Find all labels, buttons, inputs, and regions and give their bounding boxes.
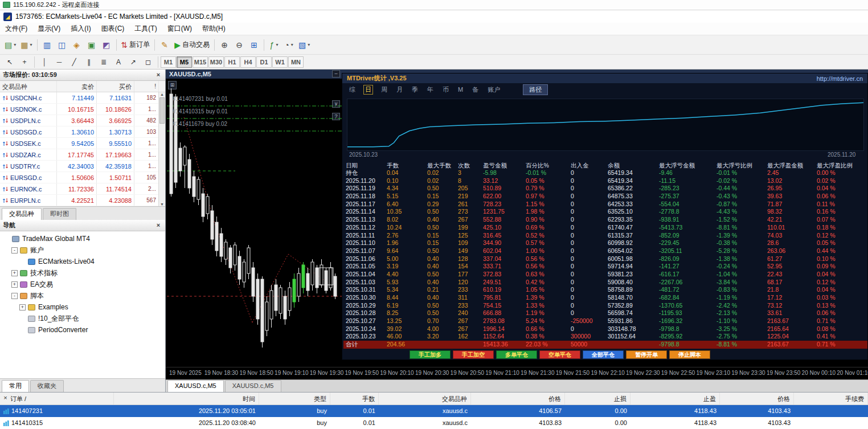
navigator-close-button[interactable]: × <box>154 222 162 230</box>
chart-minimize-button[interactable]: – <box>332 70 340 77</box>
timeframe-m1[interactable]: M1 <box>161 56 176 68</box>
navigator-tab[interactable]: 常用 <box>2 380 29 392</box>
close-all-button[interactable]: 全部平仓 <box>583 350 624 359</box>
navigator-item[interactable]: -脚本 <box>0 290 165 301</box>
navigator-item[interactable]: -账户 <box>0 244 165 256</box>
stats-tab-7[interactable]: M <box>457 86 464 93</box>
navigator-item[interactable]: +Examples <box>0 301 165 313</box>
scrollbar-thumb[interactable] <box>159 97 165 124</box>
stats-tab-1[interactable]: 日 <box>363 85 373 95</box>
navigator-item[interactable]: ECMarkets-Live04 <box>0 256 165 267</box>
stats-tab-2[interactable]: 周 <box>380 85 388 94</box>
pause-opening-button[interactable]: 暂停开单 <box>626 350 667 359</box>
market-watch-column[interactable]: ! <box>134 81 159 92</box>
market-watch-row[interactable]: EURSGD.c1.506061.50711105 <box>0 172 165 183</box>
chart-window[interactable]: XAUUSD.c,M5 – ⊞ ∨ ? #141407231 buy 0.01#… <box>166 70 868 392</box>
templates-button[interactable]: ▧▾ <box>296 38 312 52</box>
tile-windows-button[interactable]: ⊞ <box>247 38 261 52</box>
terminal-column[interactable]: 价格 <box>471 393 565 405</box>
terminal-button[interactable]: ▣ <box>84 38 99 52</box>
strategy-tester-button[interactable]: ◩ <box>99 38 114 52</box>
chart-tab[interactable]: XAUUSD.c,M5 <box>225 380 281 392</box>
order-row[interactable]: 1414072312025.11.20 03:05:01buy0.01xauus… <box>0 405 868 417</box>
navigator-item[interactable]: !10_全部平仓 <box>0 313 165 324</box>
order-row[interactable]: 1414103152025.11.20 03:08:40buy0.01xauus… <box>0 417 868 429</box>
market-watch-column[interactable]: 交易品种 <box>0 81 57 92</box>
expand-icon[interactable]: + <box>11 281 18 288</box>
timeframe-m5[interactable]: M5 <box>177 56 192 68</box>
navigator-item[interactable]: +EA交易 <box>0 279 165 290</box>
menu-item[interactable]: 窗口(W) <box>162 22 197 35</box>
stats-tab-0[interactable]: 综 <box>348 85 357 94</box>
market-watch-scrollbar[interactable]: ▲ ▼ <box>158 92 165 206</box>
terminal-column[interactable]: 手数 <box>330 393 379 405</box>
stats-tab-3[interactable]: 月 <box>395 85 404 94</box>
cursor-button[interactable]: ↖ <box>2 56 17 68</box>
crosshair-button[interactable]: + <box>17 56 32 68</box>
indicators-list-button[interactable]: ƒ▾ <box>267 38 281 52</box>
menu-item[interactable]: 帮助(H) <box>197 22 231 35</box>
autotrading-button[interactable]: ▶自动交易 <box>172 38 212 52</box>
terminal-column[interactable]: 止盈 <box>630 393 720 405</box>
menu-item[interactable]: 插入(I) <box>65 22 96 35</box>
collapse-icon[interactable]: - <box>11 247 18 254</box>
vertical-line-button[interactable]: │ <box>37 56 52 68</box>
periods-button[interactable]: ◔▾ <box>281 38 296 52</box>
navigator-tab[interactable]: 收藏夹 <box>30 380 64 392</box>
data-window-button[interactable]: ◫ <box>55 38 69 52</box>
stats-tab-8[interactable]: 备 <box>471 85 480 94</box>
stats-tab-9[interactable]: 账户 <box>486 85 501 94</box>
terminal-close-button[interactable]: × <box>2 394 9 402</box>
menu-item[interactable]: 文件(F) <box>0 22 32 35</box>
path-button[interactable]: 路径 <box>523 84 548 95</box>
timeframe-h1[interactable]: H1 <box>224 56 240 68</box>
timeframe-w1[interactable]: W1 <box>272 56 288 68</box>
zoom-out-button[interactable]: ⊖ <box>232 38 247 52</box>
market-watch-column[interactable]: 卖价 <box>57 81 97 92</box>
collapse-icon[interactable]: - <box>11 293 18 299</box>
new-order-button[interactable]: ⇅新订单 <box>119 38 153 52</box>
manual-sell-button[interactable]: 手工加空 <box>453 350 494 359</box>
navigator-item[interactable]: PeriodConverter <box>0 324 165 336</box>
terminal-column[interactable]: 类型 <box>259 393 330 405</box>
trendline-button[interactable]: ╱ <box>67 56 81 68</box>
terminal-column[interactable]: 价格 <box>720 393 794 405</box>
terminal-column[interactable]: 时间 <box>114 393 259 405</box>
navigator-item[interactable]: +技术指标 <box>0 267 165 279</box>
metaeditor-button[interactable]: ✎ <box>157 38 172 52</box>
market-watch-close-button[interactable]: × <box>154 71 162 79</box>
profiles-button[interactable]: ▦▾ <box>18 38 34 52</box>
menu-item[interactable]: 图表(C) <box>96 22 130 35</box>
terminal-column[interactable]: 手续费 <box>794 393 868 405</box>
fibonacci-button[interactable]: ≣ <box>96 56 111 68</box>
market-watch-tab[interactable]: 交易品种 <box>2 208 42 220</box>
zoom-in-button[interactable]: ⊕ <box>217 38 232 52</box>
arrow-tool-button[interactable]: ↗ <box>126 56 141 68</box>
navigator-button[interactable]: ◈ <box>69 38 84 52</box>
chart-tab[interactable]: XAUUSD.c,M5 <box>167 380 224 392</box>
terminal-column[interactable]: 交易品种 <box>379 393 471 405</box>
market-watch-row[interactable]: USDZAR.c17.1774517.196631... <box>0 149 165 161</box>
stats-tab-4[interactable]: 季 <box>411 85 419 94</box>
scrollbar-up-icon[interactable]: ▲ <box>160 92 164 96</box>
market-watch-button[interactable]: ▥ <box>40 38 55 52</box>
market-watch-row[interactable]: EURNOK.c11.7233611.745142... <box>0 183 165 195</box>
market-watch-column[interactable]: 买价 <box>97 81 134 92</box>
manual-buy-button[interactable]: 手工加多 <box>410 350 451 359</box>
stats-tab-5[interactable]: 年 <box>426 85 435 94</box>
market-watch-row[interactable]: USDTRY.c42.3400342.359181... <box>0 161 165 172</box>
market-watch-tab[interactable]: 即时图 <box>43 208 76 220</box>
timeframe-m30[interactable]: M30 <box>208 56 224 68</box>
scrollbar-down-icon[interactable]: ▼ <box>160 202 164 206</box>
market-watch-row[interactable]: USDCNH.c7.114497.11631182 <box>0 92 165 104</box>
new-chart-button[interactable]: ▤▾ <box>2 38 18 52</box>
stats-tab-6[interactable]: 币 <box>441 85 450 94</box>
horizontal-line-button[interactable]: ─ <box>52 56 67 68</box>
market-watch-row[interactable]: EURPLN.c4.225214.23088567 <box>0 195 165 206</box>
channel-button[interactable]: ∥ <box>81 56 96 68</box>
timeframe-h4[interactable]: H4 <box>240 56 256 68</box>
stop-script-button[interactable]: 停止脚本 <box>669 350 710 359</box>
market-watch-row[interactable]: USDNOK.c10.1671510.186261... <box>0 104 165 115</box>
expand-icon[interactable]: + <box>19 304 26 310</box>
timeframe-d1[interactable]: D1 <box>256 56 272 68</box>
